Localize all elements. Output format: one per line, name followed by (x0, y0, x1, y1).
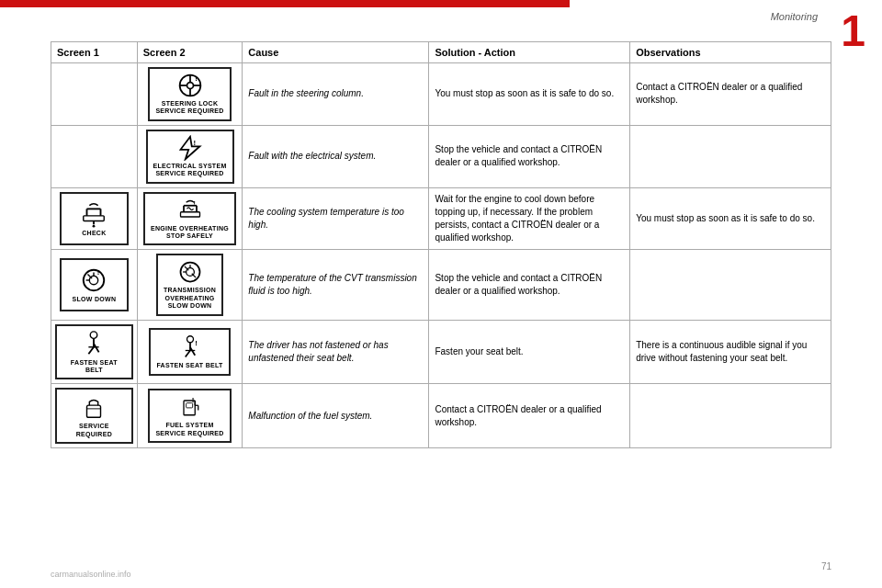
screen1-cell: FASTEN SEAT BELT (51, 320, 138, 384)
screen2-icon-box: ! STEERING LOCKSERVICE REQUIRED (148, 67, 231, 121)
screen1-cell (51, 125, 138, 187)
solution-text: Stop the vehicle and contact a CITROËN d… (435, 273, 602, 296)
solution-cell: Wait for the engine to cool down before … (429, 187, 630, 250)
screen2-cell: ! STEERING LOCKSERVICE REQUIRED (137, 63, 243, 126)
svg-text:!: ! (193, 199, 195, 206)
cause-text: Malfunction of the fuel system. (248, 411, 372, 421)
observations-cell (630, 250, 831, 320)
svg-point-27 (187, 335, 193, 342)
screen1-cell (51, 63, 138, 126)
cause-cell: The temperature of the CVT transmission … (243, 250, 429, 320)
solution-cell: You must stop as soon as it is safe to d… (429, 63, 630, 126)
svg-rect-30 (87, 405, 101, 417)
screen2-label: ELECTRICAL SYSTEMSERVICE REQUIRED (153, 163, 227, 178)
table-row: ! ELECTRICAL SYSTEMSERVICE REQUIRED Faul… (51, 125, 831, 187)
solution-text: Fasten your seat belt. (435, 346, 523, 356)
screen2-cell: ! FASTEN SEAT BELT (137, 320, 243, 384)
obs-text: Contact a CITROËN dealer or a qualified … (636, 82, 802, 105)
solution-cell: Stop the vehicle and contact a CITROËN d… (429, 250, 630, 320)
screen1-icon-box: ! SLOW DOWN (60, 258, 129, 311)
cause-text: The temperature of the CVT transmission … (248, 273, 416, 296)
cause-cell: The cooling system temperature is too hi… (243, 187, 429, 250)
header-cause: Cause (243, 42, 429, 63)
screen2-label: STEERING LOCKSERVICE REQUIRED (155, 100, 223, 116)
table-row: CHECK ! ENGINE OVERHEATINGSTOP SAFELY Th… (51, 187, 831, 250)
table-row: ! SLOW DOWN TRANSMISSIONOVERHEATINGSLOW … (51, 250, 831, 320)
header-observations: Observations (630, 42, 831, 63)
cause-text: Fault with the electrical system. (248, 151, 376, 161)
solution-cell: Fasten your seat belt. (429, 320, 630, 384)
screen1-icon-box: FASTEN SEAT BELT (55, 324, 133, 380)
solution-cell: Contact a CITROËN dealer or a qualified … (429, 384, 630, 448)
screen1-label: FASTEN SEAT BELT (62, 359, 126, 375)
footer-page-number: 71 (821, 561, 831, 571)
screen2-cell: ! ENGINE OVERHEATINGSTOP SAFELY (137, 187, 243, 250)
screen2-label: TRANSMISSIONOVERHEATINGSLOW DOWN (164, 287, 216, 310)
screen2-label: FASTEN SEAT BELT (156, 362, 222, 369)
table-row: ! STEERING LOCKSERVICE REQUIRED Fault in… (51, 63, 831, 126)
page-header: Monitoring (771, 11, 818, 22)
screen1-cell: SERVICE REQUIRED (51, 384, 138, 448)
observations-cell (630, 125, 831, 187)
screen2-icon-box: ! ENGINE OVERHEATINGSTOP SAFELY (143, 192, 236, 246)
svg-point-1 (187, 83, 193, 89)
svg-point-14 (93, 224, 96, 227)
screen2-cell: ! FUEL SYSTEMSERVICE REQUIRED (137, 384, 243, 448)
screen1-icon-box: SERVICE REQUIRED (55, 388, 133, 444)
screen1-label: CHECK (82, 230, 106, 237)
screen2-cell: TRANSMISSIONOVERHEATINGSLOW DOWN (137, 250, 243, 320)
footer-logo: carmanualsonline.info (51, 570, 131, 579)
screen2-icon-box: TRANSMISSIONOVERHEATINGSLOW DOWN (156, 254, 223, 315)
observations-cell: You must stop as soon as it is safe to d… (630, 187, 831, 250)
screen1-label: SERVICE REQUIRED (62, 423, 126, 438)
obs-text: There is a continuous audible signal if … (636, 340, 807, 363)
svg-text:!: ! (97, 268, 100, 277)
svg-text:!: ! (191, 396, 194, 404)
solution-text: Contact a CITROËN dealer or a qualified … (435, 404, 601, 427)
screen1-cell: CHECK (51, 187, 138, 250)
header-screen2: Screen 2 (137, 42, 243, 63)
obs-text: You must stop as soon as it is safe to d… (636, 213, 815, 223)
solution-text: Wait for the engine to cool down before … (435, 194, 599, 243)
svg-text:!: ! (195, 339, 198, 347)
solution-text: Stop the vehicle and contact a CITROËN d… (435, 144, 602, 167)
screen2-cell: ! ELECTRICAL SYSTEMSERVICE REQUIRED (137, 125, 243, 187)
svg-text:!: ! (195, 74, 198, 83)
screen2-icon-box: ! ELECTRICAL SYSTEMSERVICE REQUIRED (146, 130, 234, 184)
header-solution: Solution - Action (429, 42, 630, 63)
svg-rect-9 (84, 216, 105, 221)
table-row: SERVICE REQUIRED ! FUEL SYSTEMSERVICE RE… (51, 384, 831, 448)
main-content: Screen 1 Screen 2 Cause Solution - Actio… (51, 41, 831, 537)
screen2-icon-box: ! FUEL SYSTEMSERVICE REQUIRED (148, 389, 231, 443)
svg-text:!: ! (193, 138, 196, 146)
observations-cell (630, 384, 831, 448)
screen1-cell: ! SLOW DOWN (51, 250, 138, 320)
solution-cell: Stop the vehicle and contact a CITROËN d… (429, 125, 630, 187)
cause-text: The driver has not fastened or has unfas… (248, 340, 388, 363)
solution-text: You must stop as soon as it is safe to d… (435, 88, 614, 98)
observations-cell: Contact a CITROËN dealer or a qualified … (630, 63, 831, 126)
cause-cell: The driver has not fastened or has unfas… (243, 320, 429, 384)
screen2-label: ENGINE OVERHEATINGSTOP SAFELY (151, 225, 229, 241)
header-screen1: Screen 1 (51, 42, 138, 63)
screen1-label: SLOW DOWN (72, 296, 116, 303)
cause-cell: Fault in the steering column. (243, 63, 429, 126)
cause-cell: Fault with the electrical system. (243, 125, 429, 187)
diagnostic-table: Screen 1 Screen 2 Cause Solution - Actio… (51, 41, 831, 448)
cause-text: The cooling system temperature is too hi… (248, 207, 404, 230)
svg-rect-15 (180, 211, 199, 216)
cause-text: Fault in the steering column. (248, 88, 364, 98)
observations-cell: There is a continuous audible signal if … (630, 320, 831, 384)
cause-cell: Malfunction of the fuel system. (243, 384, 429, 448)
screen2-label: FUEL SYSTEMSERVICE REQUIRED (155, 422, 223, 437)
chapter-number: 1 (841, 9, 865, 53)
screen1-icon-box: CHECK (60, 192, 129, 245)
top-red-bar (0, 0, 570, 7)
screen2-icon-box: ! FASTEN SEAT BELT (149, 328, 230, 376)
table-row: FASTEN SEAT BELT ! FASTEN SEAT BELT The … (51, 320, 831, 384)
svg-marker-7 (180, 137, 199, 160)
svg-point-25 (91, 331, 98, 338)
